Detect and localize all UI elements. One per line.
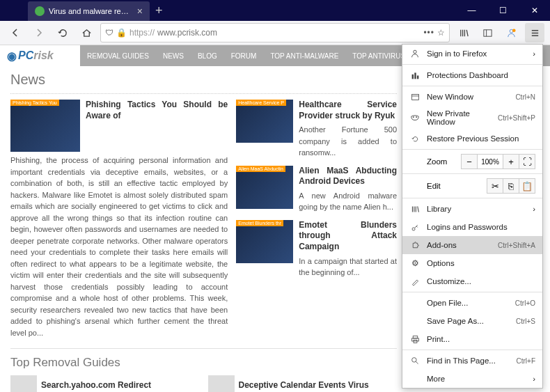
back-button[interactable] (6, 23, 25, 42)
reload-button[interactable] (53, 23, 72, 42)
menu-restore-session[interactable]: Restore Previous Session (402, 130, 542, 148)
article-text: Another Fortune 500 company is added to … (299, 124, 397, 159)
account-icon (409, 48, 421, 59)
article-thumb: Emotet Blunders thr (236, 220, 293, 263)
article-title: Healthcare Service Provider struck by Ry… (299, 100, 397, 121)
svg-rect-5 (411, 74, 413, 79)
chevron-right-icon: › (533, 375, 535, 383)
svg-rect-8 (411, 94, 418, 100)
menu-protections[interactable]: Protections Dashboard (402, 66, 542, 84)
svg-point-3 (512, 29, 515, 32)
window-icon (409, 91, 421, 102)
app-menu-button[interactable] (525, 23, 544, 42)
bookmark-icon[interactable]: ☆ (437, 28, 445, 38)
removal-thumb (10, 375, 37, 392)
cut-button[interactable]: ✂ (487, 178, 503, 194)
menu-logins[interactable]: Logins and Passwords (402, 218, 542, 236)
dashboard-icon (409, 70, 421, 81)
restore-icon (409, 133, 421, 144)
menu-print[interactable]: Print... (402, 330, 542, 348)
site-logo[interactable]: ◉ PCrisk (0, 45, 80, 66)
gear-icon: ⚙ (409, 258, 421, 269)
mask-icon (409, 112, 421, 123)
chevron-right-icon: › (533, 205, 535, 213)
menu-more[interactable]: More › (402, 370, 542, 388)
close-window-button[interactable]: ✕ (519, 0, 550, 21)
tab-title: Virus and malware removal ins (49, 7, 133, 15)
menu-zoom: Zoom − 100% + ⛶ (402, 151, 542, 172)
menu-webdev[interactable]: Web Developer › (402, 388, 542, 389)
svg-rect-7 (416, 75, 418, 79)
article-thumb: Healthcare Service P (236, 100, 293, 143)
library-icon[interactable] (454, 23, 473, 42)
puzzle-icon (409, 240, 421, 251)
paint-icon (409, 276, 421, 287)
maximize-button[interactable]: ☐ (487, 0, 519, 21)
print-icon (409, 334, 421, 345)
url-prefix: https:// (129, 28, 155, 38)
nav-blog[interactable]: BLOG (191, 52, 224, 60)
library-icon (409, 203, 421, 214)
article-item[interactable]: Alien MaaS Abductin Alien MaaS Abducting… (236, 166, 397, 213)
menu-options[interactable]: ⚙ Options (402, 254, 542, 272)
url-bar[interactable]: 🛡 🔒 https://www.pcrisk.com ••• ☆ (100, 23, 450, 42)
article-text: Phishing, the process of acquiring perso… (10, 155, 228, 338)
browser-tab[interactable]: Virus and malware removal ins × (28, 1, 150, 21)
fullscreen-button[interactable]: ⛶ (519, 154, 535, 169)
svg-rect-13 (413, 336, 418, 338)
article-text: A new Android malware going by the name … (299, 190, 397, 213)
removal-item[interactable]: Deceptive Calendar Events Virus (208, 375, 398, 392)
svg-point-12 (412, 227, 415, 230)
featured-article[interactable]: Phishing Tactics You Phishing Tactics Yo… (10, 100, 228, 152)
browser-toolbar: 🛡 🔒 https://www.pcrisk.com ••• ☆ (0, 21, 550, 45)
divider (10, 93, 397, 94)
article-thumb: Alien MaaS Abductin (236, 166, 293, 209)
menu-new-window[interactable]: New Window Ctrl+N (402, 88, 542, 106)
copy-button[interactable]: ⎘ (503, 178, 519, 194)
menu-find[interactable]: Find in This Page... Ctrl+F (402, 352, 542, 370)
main-column: News Phishing Tactics You Phishing Tacti… (10, 72, 404, 386)
url-text: www.pcrisk.com (157, 28, 421, 38)
news-heading: News (10, 72, 397, 88)
zoom-in-button[interactable]: + (503, 154, 519, 169)
menu-open-file[interactable]: Open File... Ctrl+O (402, 294, 542, 312)
nav-removal-guides[interactable]: REMOVAL GUIDES (80, 52, 156, 60)
lock-icon: 🔒 (116, 28, 127, 38)
menu-addons[interactable]: Add-ons Ctrl+Shift+A (402, 236, 542, 254)
close-tab-icon[interactable]: × (137, 6, 143, 17)
sidebar-icon[interactable] (478, 23, 497, 42)
nav-antimalware[interactable]: TOP ANTI-MALWARE (263, 52, 345, 60)
search-icon (409, 355, 421, 366)
menu-signin[interactable]: Sign in to Firefox › (402, 45, 542, 63)
logo-globe-icon: ◉ (7, 49, 17, 63)
zoom-out-button[interactable]: − (461, 154, 478, 169)
menu-save-page[interactable]: Save Page As... Ctrl+S (402, 312, 542, 330)
menu-customize[interactable]: Customize... (402, 272, 542, 290)
svg-point-10 (413, 116, 414, 118)
removal-thumb (208, 375, 235, 392)
nav-forum[interactable]: FORUM (224, 52, 264, 60)
window-titlebar: Virus and malware removal ins × + — ☐ ✕ (0, 0, 550, 21)
article-item[interactable]: Emotet Blunders thr Emotet Blunders thro… (236, 220, 397, 279)
article-item[interactable]: Healthcare Service P Healthcare Service … (236, 100, 397, 159)
article-thumb: Phishing Tactics You (10, 100, 80, 152)
svg-point-4 (414, 50, 416, 53)
nav-news[interactable]: NEWS (156, 52, 191, 60)
home-button[interactable] (77, 23, 96, 42)
svg-point-16 (411, 357, 416, 362)
favicon (35, 6, 45, 16)
account-icon[interactable] (501, 23, 521, 42)
removal-item[interactable]: Search.yahoo.com Redirect (10, 375, 200, 392)
article-title: Emotet Blunders through Attack Campaign (299, 220, 397, 253)
paste-button[interactable]: 📋 (519, 178, 535, 194)
menu-edit: Edit ✂ ⎘ 📋 (402, 175, 542, 196)
article-text: In a campaign that started at the beginn… (299, 256, 397, 279)
menu-library[interactable]: Library › (402, 200, 542, 218)
url-more-icon[interactable]: ••• (423, 28, 434, 38)
article-title: Phishing Tactics You Should be Aware of (86, 100, 228, 121)
removal-title: Search.yahoo.com Redirect (41, 380, 151, 390)
menu-private-window[interactable]: New Private Window Ctrl+Shift+P (402, 106, 542, 130)
minimize-button[interactable]: — (456, 0, 487, 21)
new-tab-button[interactable]: + (155, 3, 163, 18)
forward-button[interactable] (29, 23, 49, 42)
